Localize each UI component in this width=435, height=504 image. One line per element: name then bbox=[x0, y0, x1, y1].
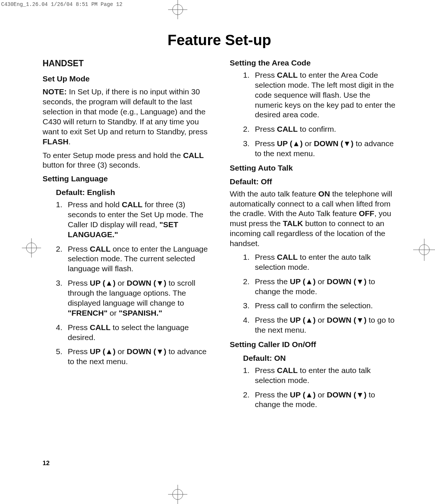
page-title: Feature Set-up bbox=[43, 32, 396, 48]
step-text: Press UP (▲) or DOWN (▼) to advance to t… bbox=[68, 347, 209, 367]
step-number: 5. bbox=[56, 347, 68, 367]
list-item: 2.Press CALL once to enter the Language … bbox=[56, 244, 209, 274]
print-slug: C430Eng_1.26.04 1/26/04 8:51 PM Page 12 bbox=[1, 1, 123, 7]
step-number: 3. bbox=[56, 278, 68, 318]
setup-note-2: To enter Setup mode press and hold the C… bbox=[43, 151, 209, 171]
step-text: Press and hold CALL for three (3) second… bbox=[68, 200, 209, 240]
list-item: 3.Press UP (▲) or DOWN (▼) to scroll thr… bbox=[56, 278, 209, 318]
page-body: Feature Set-up HANDSET Set Up Mode NOTE:… bbox=[43, 32, 396, 452]
area-code-steps: 1.Press CALL to enter the Area Code sele… bbox=[230, 70, 396, 159]
default-on: Default: ON bbox=[243, 353, 396, 363]
list-item: 1.Press CALL to enter the auto talk sele… bbox=[243, 252, 396, 272]
crop-mark-right bbox=[411, 237, 435, 263]
step-number: 1. bbox=[243, 252, 255, 272]
list-item: 3.Press UP (▲) or DOWN (▼) to advance to… bbox=[243, 139, 396, 159]
list-item: 2.Press CALL to confirm. bbox=[243, 124, 396, 134]
step-number: 2. bbox=[243, 277, 255, 297]
auto-talk-body: With the auto talk feature ON the teleph… bbox=[230, 189, 396, 249]
step-number: 2. bbox=[56, 244, 68, 274]
list-item: 1.Press and hold CALL for three (3) seco… bbox=[56, 200, 209, 240]
step-number: 2. bbox=[243, 124, 255, 134]
crop-mark-left bbox=[20, 237, 43, 259]
crop-mark-top bbox=[167, 0, 189, 21]
step-number: 1. bbox=[243, 70, 255, 120]
list-item: 1.Press CALL to enter the auto talk sele… bbox=[243, 366, 396, 386]
step-text: Press call to confirm the selection. bbox=[255, 301, 396, 311]
heading-setting-language: Setting Language bbox=[43, 174, 209, 184]
step-text: Press CALL to enter the auto talk select… bbox=[255, 252, 396, 272]
auto-talk-steps: 1.Press CALL to enter the auto talk sele… bbox=[230, 252, 396, 335]
step-number: 1. bbox=[243, 366, 255, 386]
heading-setup-mode: Set Up Mode bbox=[43, 74, 209, 84]
list-item: 1.Press CALL to enter the Area Code sele… bbox=[243, 70, 396, 120]
page-number: 12 bbox=[43, 460, 50, 467]
heading-handset: HANDSET bbox=[43, 58, 209, 69]
step-text: Press CALL once to enter the Language se… bbox=[68, 244, 209, 274]
list-item: 2.Press the UP (▲) or DOWN (▼) to change… bbox=[243, 390, 396, 410]
list-item: 4.Press CALL to select the language desi… bbox=[56, 323, 209, 343]
right-column: Setting the Area Code 1.Press CALL to en… bbox=[230, 58, 396, 452]
step-text: Press CALL to enter the Area Code select… bbox=[255, 70, 396, 120]
step-text: Press the UP (▲) or DOWN (▼) to go to th… bbox=[255, 315, 396, 335]
heading-caller-id: Setting Caller ID On/Off bbox=[230, 340, 396, 350]
caller-id-steps: 1.Press CALL to enter the auto talk sele… bbox=[230, 366, 396, 410]
list-item: 5.Press UP (▲) or DOWN (▼) to advance to… bbox=[56, 347, 209, 367]
step-number: 4. bbox=[243, 315, 255, 335]
list-item: 3.Press call to confirm the selection. bbox=[243, 301, 396, 311]
list-item: 4.Press the UP (▲) or DOWN (▼) to go to … bbox=[243, 315, 396, 335]
step-number: 2. bbox=[243, 390, 255, 410]
step-text: Press CALL to confirm. bbox=[255, 124, 396, 134]
list-item: 2.Press the UP (▲) or DOWN (▼) to change… bbox=[243, 277, 396, 297]
setup-note: NOTE: In Set Up, if there is no input wi… bbox=[43, 87, 209, 147]
default-off: Default: Off bbox=[230, 177, 396, 187]
columns: HANDSET Set Up Mode NOTE: In Set Up, if … bbox=[43, 58, 396, 452]
step-number: 1. bbox=[56, 200, 68, 240]
step-text: Press CALL to enter the auto talk select… bbox=[255, 366, 396, 386]
heading-area-code: Setting the Area Code bbox=[230, 58, 396, 68]
step-number: 4. bbox=[56, 323, 68, 343]
heading-auto-talk: Setting Auto Talk bbox=[230, 163, 396, 173]
step-text: Press the UP (▲) or DOWN (▼) to change t… bbox=[255, 390, 396, 410]
language-steps: 1.Press and hold CALL for three (3) seco… bbox=[43, 200, 209, 367]
default-english: Default: English bbox=[56, 188, 209, 198]
step-number: 3. bbox=[243, 139, 255, 159]
step-text: Press CALL to select the language desire… bbox=[68, 323, 209, 343]
left-column: HANDSET Set Up Mode NOTE: In Set Up, if … bbox=[43, 58, 209, 452]
step-text: Press UP (▲) or DOWN (▼) to advance to t… bbox=[255, 139, 396, 159]
step-number: 3. bbox=[243, 301, 255, 311]
crop-mark-bottom bbox=[167, 483, 189, 504]
step-text: Press UP (▲) or DOWN (▼) to scroll throu… bbox=[68, 278, 209, 318]
step-text: Press the UP (▲) or DOWN (▼) to change t… bbox=[255, 277, 396, 297]
